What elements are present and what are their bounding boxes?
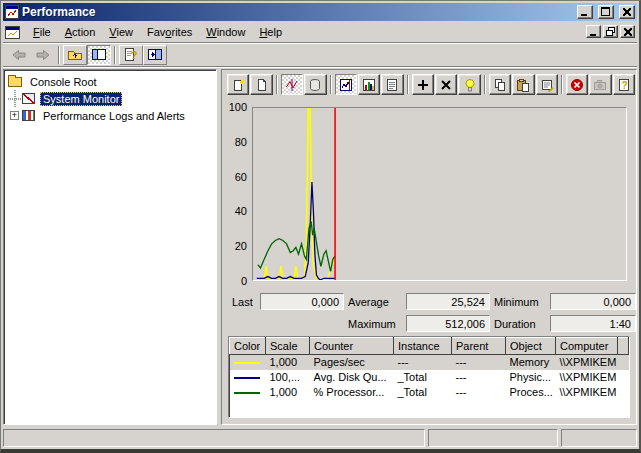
view-current-activity-button[interactable] <box>281 74 303 95</box>
mdi-close-button[interactable] <box>620 25 635 38</box>
column-header-parent[interactable]: Parent <box>452 338 506 355</box>
y-tick-label: 60 <box>235 171 247 183</box>
last-value: 0,000 <box>260 293 344 310</box>
perf-logs-icon <box>22 110 35 121</box>
maximum-value: 512,006 <box>406 315 490 332</box>
mdi-restore-button[interactable] <box>603 25 618 38</box>
tree-item-console-root[interactable]: Console Root <box>8 73 216 90</box>
maximize-button[interactable] <box>598 5 614 19</box>
forward-button[interactable] <box>31 45 55 65</box>
console-toolbar: ? <box>3 43 637 67</box>
mdi-controls <box>584 25 635 38</box>
color-swatch <box>234 377 260 379</box>
properties-button[interactable] <box>536 74 558 95</box>
y-tick-label: 100 <box>229 101 247 113</box>
app-icon <box>5 5 19 19</box>
show-hide-console-tree-button[interactable] <box>87 45 111 65</box>
view-report-button[interactable] <box>381 74 403 95</box>
new-counter-set-button[interactable] <box>227 74 249 95</box>
column-header-instance[interactable]: Instance <box>394 338 452 355</box>
highlight-button[interactable] <box>458 74 480 95</box>
close-button[interactable] <box>619 5 635 19</box>
system-monitor-icon <box>22 93 35 104</box>
view-graph-button[interactable] <box>335 74 357 95</box>
folder-icon <box>8 77 22 87</box>
instance-cell: _Total <box>394 370 452 385</box>
counter-row-avg-disk-qu[interactable]: 100,...Avg. Disk Qu..._Total---Physic...… <box>230 370 629 385</box>
stats-panel: Last 0,000 Average 25,524 Minimum 0,000 … <box>222 287 636 334</box>
series-avg-disk-qu <box>257 182 335 280</box>
chart-area: 100806040200 <box>222 99 636 287</box>
view-histogram-button[interactable] <box>358 74 380 95</box>
minimize-button[interactable] <box>577 5 593 19</box>
help-button[interactable]: ? <box>119 45 143 65</box>
counter-row-processor[interactable]: 1,000% Processor..._Total---Proces...\\X… <box>230 385 629 400</box>
color-swatch <box>234 362 260 364</box>
scale-cell: 1,000 <box>266 355 310 370</box>
menu-view[interactable]: View <box>102 24 140 40</box>
y-axis-labels: 100806040200 <box>222 107 252 281</box>
instance-cell: _Total <box>394 385 452 400</box>
menu-bar: FileActionViewFavoritesWindowHelp <box>3 21 637 43</box>
add-counters-button[interactable] <box>412 74 434 95</box>
paste-counter-list-button[interactable] <box>512 74 534 95</box>
filler-cell <box>618 370 629 385</box>
computer-cell: \\XPMIKEM <box>556 385 618 400</box>
menu-window[interactable]: Window <box>199 24 252 40</box>
instance-cell: --- <box>394 355 452 370</box>
maximum-label: Maximum <box>346 318 404 330</box>
menu-action[interactable]: Action <box>58 24 103 40</box>
svg-text:?: ? <box>131 49 138 61</box>
menu-items: FileActionViewFavoritesWindowHelp <box>26 24 584 40</box>
help-button[interactable]: ? <box>613 74 635 95</box>
column-header-computer[interactable]: Computer <box>556 338 618 355</box>
counter-table: ColorScaleCounterInstanceParentObjectCom… <box>229 337 629 400</box>
tree-item-label: System Monitor <box>40 92 122 106</box>
object-cell: Physic... <box>506 370 556 385</box>
copy-properties-button[interactable] <box>489 74 511 95</box>
delete-button[interactable] <box>435 74 457 95</box>
counter-cell: % Processor... <box>310 385 394 400</box>
console-icon <box>5 25 20 39</box>
tree-connector <box>8 90 22 107</box>
toolbar-separator <box>58 46 60 64</box>
average-label: Average <box>346 296 404 308</box>
console-tree: Console RootSystem Monitor+Performance L… <box>3 69 217 425</box>
column-header-counter[interactable]: Counter <box>310 338 394 355</box>
performance-window: Performance FileActionViewFavoritesWindo… <box>0 0 641 453</box>
parent-cell: --- <box>452 385 506 400</box>
freeze-display-button[interactable] <box>566 74 588 95</box>
tree-item-system-monitor[interactable]: System Monitor <box>8 90 216 107</box>
counter-row-pages-sec[interactable]: 1,000Pages/sec------Memory\\XPMIKEM <box>230 355 629 370</box>
toolbar-separator <box>330 75 332 94</box>
column-header-scale[interactable]: Scale <box>266 338 310 355</box>
color-swatch <box>234 392 260 394</box>
minimum-label: Minimum <box>492 296 548 308</box>
expand-toggle[interactable]: + <box>10 111 19 120</box>
column-header-object[interactable]: Object <box>506 338 556 355</box>
tree-item-performance-logs-and-alerts[interactable]: +Performance Logs and Alerts <box>8 107 216 124</box>
menu-favorites[interactable]: Favorites <box>140 24 199 40</box>
view-log-data-button[interactable] <box>304 74 326 95</box>
tree-item-label: Performance Logs and Alerts <box>40 109 188 123</box>
tree-item-label: Console Root <box>27 75 100 89</box>
scale-cell: 100,... <box>266 370 310 385</box>
computer-cell: \\XPMIKEM <box>556 370 618 385</box>
y-tick-label: 0 <box>241 275 247 287</box>
system-monitor-panel: ? 100806040200 Last 0,000 Average 25,524… <box>221 69 637 425</box>
computer-cell: \\XPMIKEM <box>556 355 618 370</box>
show-details-pane-button[interactable] <box>143 45 167 65</box>
menu-file[interactable]: File <box>26 24 58 40</box>
status-segment-3 <box>561 429 637 447</box>
up-one-level-button[interactable] <box>63 45 87 65</box>
svg-text:?: ? <box>621 79 627 90</box>
update-data-button[interactable] <box>589 74 611 95</box>
scale-cell: 1,000 <box>266 385 310 400</box>
main-area: Console RootSystem Monitor+Performance L… <box>3 69 637 425</box>
back-button[interactable] <box>7 45 31 65</box>
menu-help[interactable]: Help <box>252 24 289 40</box>
status-segment-2 <box>428 429 558 447</box>
clear-display-button[interactable] <box>250 74 272 95</box>
column-header-color[interactable]: Color <box>230 338 266 355</box>
mdi-minimize-button[interactable] <box>586 25 601 38</box>
